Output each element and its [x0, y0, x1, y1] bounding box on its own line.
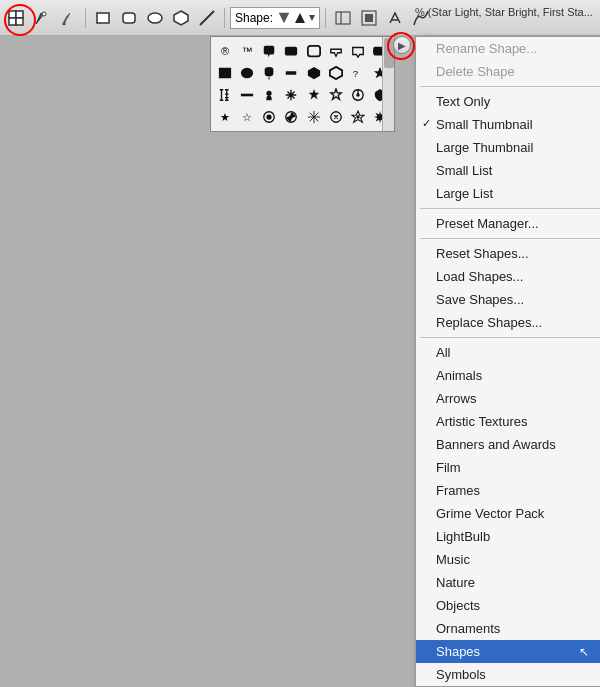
svg-text:?: ? — [353, 68, 358, 79]
symbols-item[interactable]: Symbols — [416, 663, 600, 686]
shape-cell[interactable] — [237, 85, 257, 105]
svg-rect-21 — [286, 71, 297, 75]
svg-marker-12 — [309, 15, 315, 21]
shape-cell[interactable] — [304, 63, 324, 83]
tool-icon-5[interactable] — [331, 6, 355, 30]
film-item[interactable]: Film — [416, 456, 600, 479]
pointer-tool-icon[interactable] — [4, 6, 28, 30]
svg-point-27 — [356, 93, 360, 97]
rect-tool-icon[interactable] — [91, 6, 115, 30]
svg-rect-1 — [16, 11, 23, 18]
shape-cell[interactable] — [281, 41, 301, 61]
shape-cell[interactable]: ★ — [215, 107, 235, 127]
replace-shapes-item[interactable]: Replace Shapes... — [416, 311, 600, 334]
shape-cell[interactable] — [348, 107, 368, 127]
svg-rect-18 — [285, 47, 297, 56]
shape-cell[interactable] — [348, 41, 368, 61]
shape-cell[interactable] — [304, 107, 324, 127]
animals-item[interactable]: Animals — [416, 364, 600, 387]
svg-marker-10 — [279, 12, 290, 23]
svg-point-31 — [356, 115, 360, 119]
panel-arrow-button[interactable]: ▶ — [393, 36, 411, 54]
shape-cell[interactable] — [215, 85, 235, 105]
svg-point-29 — [267, 114, 272, 119]
dropdown-menu: Rename Shape... Delete Shape Text Only S… — [415, 36, 600, 687]
text-only-item[interactable]: Text Only — [416, 90, 600, 113]
shape-cell[interactable] — [237, 63, 257, 83]
svg-point-7 — [148, 13, 162, 23]
separator-3 — [420, 238, 600, 239]
artistic-textures-item[interactable]: Artistic Textures — [416, 410, 600, 433]
shape-picker[interactable]: Shape: — [230, 7, 320, 29]
load-shapes-item[interactable]: Load Shapes... — [416, 265, 600, 288]
small-list-item[interactable]: Small List — [416, 159, 600, 182]
small-thumbnail-item[interactable]: Small Thumbnail — [416, 113, 600, 136]
shape-cell[interactable] — [304, 85, 324, 105]
shape-cell[interactable] — [259, 85, 279, 105]
shape-cell[interactable] — [259, 63, 279, 83]
svg-marker-8 — [174, 11, 188, 25]
shape-cell[interactable] — [281, 107, 301, 127]
ellipse-tool-icon[interactable] — [143, 6, 167, 30]
svg-marker-23 — [330, 67, 342, 79]
grime-item[interactable]: Grime Vector Pack — [416, 502, 600, 525]
panel-scrollbar[interactable] — [382, 37, 394, 131]
preset-manager-item[interactable]: Preset Manager... — [416, 212, 600, 235]
title-info: % (Star Light, Star Bright, First Sta... — [415, 6, 593, 18]
shape-cell[interactable] — [281, 85, 301, 105]
shape-cell[interactable] — [326, 107, 346, 127]
separator-1 — [85, 8, 86, 28]
shape-cell[interactable] — [281, 63, 301, 83]
shape-cell[interactable] — [259, 107, 279, 127]
shape-cell[interactable]: ® — [215, 41, 235, 61]
shapes-item[interactable]: Shapes ↖ — [416, 640, 600, 663]
svg-rect-13 — [336, 12, 350, 24]
shape-cell[interactable]: ☆ — [237, 107, 257, 127]
shapes-label: Shapes — [436, 644, 480, 659]
ornaments-item[interactable]: Ornaments — [416, 617, 600, 640]
banners-item[interactable]: Banners and Awards — [416, 433, 600, 456]
tool-icon-6[interactable] — [357, 6, 381, 30]
separator-2 — [420, 208, 600, 209]
large-list-item[interactable]: Large List — [416, 182, 600, 205]
pen-tool-icon[interactable] — [30, 6, 54, 30]
frames-item[interactable]: Frames — [416, 479, 600, 502]
line-tool-icon[interactable] — [195, 6, 219, 30]
music-item[interactable]: Music — [416, 548, 600, 571]
shape-cell[interactable] — [326, 85, 346, 105]
shape-grid: ® ™ — [215, 41, 390, 127]
svg-rect-3 — [16, 18, 23, 25]
delete-shape-item[interactable]: Delete Shape — [416, 60, 600, 83]
rename-shape-item[interactable]: Rename Shape... — [416, 37, 600, 60]
svg-marker-11 — [295, 13, 305, 23]
shape-cell[interactable] — [304, 41, 324, 61]
large-thumbnail-item[interactable]: Large Thumbnail — [416, 136, 600, 159]
nature-item[interactable]: Nature — [416, 571, 600, 594]
save-shapes-item[interactable]: Save Shapes... — [416, 288, 600, 311]
brush-tool-icon[interactable] — [56, 6, 80, 30]
shape-cell[interactable] — [326, 41, 346, 61]
svg-point-20 — [241, 68, 253, 79]
lightbulb-item[interactable]: LightBulb — [416, 525, 600, 548]
all-item[interactable]: All — [416, 341, 600, 364]
shape-cell[interactable] — [259, 41, 279, 61]
svg-rect-19 — [219, 68, 231, 79]
svg-rect-5 — [97, 13, 109, 23]
reset-shapes-item[interactable]: Reset Shapes... — [416, 242, 600, 265]
tool-icon-7[interactable] — [383, 6, 407, 30]
svg-line-9 — [200, 11, 214, 25]
svg-point-26 — [267, 91, 272, 96]
shape-label: Shape: — [235, 11, 273, 25]
separator-4 — [420, 337, 600, 338]
shape-cell[interactable] — [215, 63, 235, 83]
shape-cell[interactable]: ? — [348, 63, 368, 83]
separator-3 — [325, 8, 326, 28]
objects-item[interactable]: Objects — [416, 594, 600, 617]
rounded-rect-icon[interactable] — [117, 6, 141, 30]
shape-cell[interactable] — [326, 63, 346, 83]
shape-cell[interactable] — [348, 85, 368, 105]
svg-point-4 — [42, 12, 46, 16]
shape-cell[interactable]: ™ — [237, 41, 257, 61]
polygon-tool-icon[interactable] — [169, 6, 193, 30]
arrows-item[interactable]: Arrows — [416, 387, 600, 410]
